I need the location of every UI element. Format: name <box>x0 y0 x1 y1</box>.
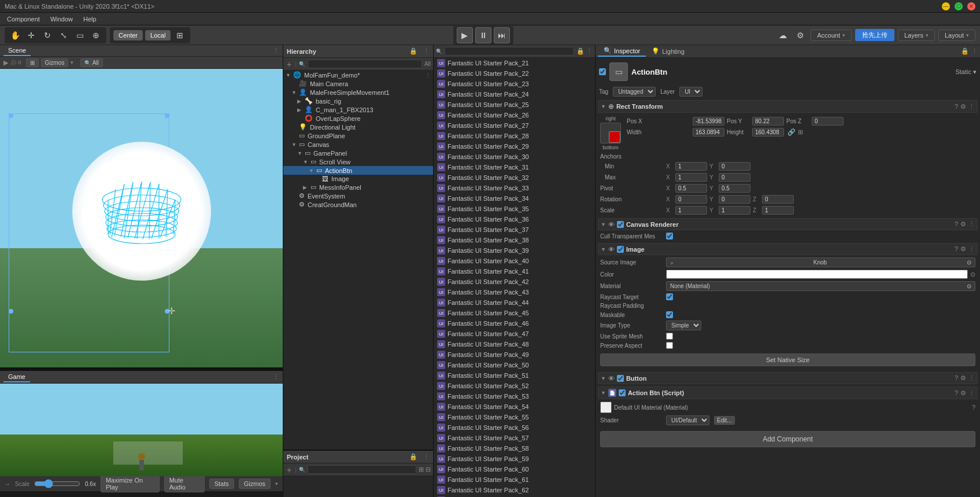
menu-component[interactable]: Component <box>2 14 45 24</box>
layout-button[interactable]: Layout ▾ <box>938 30 975 41</box>
asset-list-item[interactable]: UIFantastic UI Starter Pack_30 <box>434 152 595 162</box>
button-settings-icon[interactable]: ⚙ <box>960 374 966 382</box>
button-component-header[interactable]: ▼ 👁 Button ? ⚙ ⋮ <box>598 372 978 384</box>
shader-select[interactable]: UI/Default <box>666 415 709 425</box>
image-info-icon[interactable]: ? <box>955 245 958 253</box>
image-eye-icon[interactable]: 👁 <box>608 246 615 253</box>
project-menu-icon[interactable]: ⋮ <box>423 453 430 461</box>
scale-y-input[interactable] <box>719 206 750 215</box>
pivot-y-input[interactable] <box>719 184 750 193</box>
max-x-input[interactable] <box>675 173 707 182</box>
button-info-icon[interactable]: ? <box>955 374 958 382</box>
scale-slider[interactable] <box>34 479 80 488</box>
asset-list-item[interactable]: UIFantastic UI Starter Pack_28 <box>434 131 595 141</box>
cull-checkbox[interactable] <box>666 233 673 240</box>
asset-list-item[interactable]: UIFantastic UI Starter Pack_25 <box>434 100 595 110</box>
set-native-size-button[interactable]: Set Native Size <box>600 354 975 366</box>
edit-button[interactable]: Edit... <box>714 416 735 425</box>
image-more-icon[interactable]: ⋮ <box>968 245 975 253</box>
hierarchy-menu-icon[interactable]: ⋮ <box>423 47 430 55</box>
layers-button[interactable]: Layers ▾ <box>898 30 935 41</box>
canvas-renderer-more-icon[interactable]: ⋮ <box>968 220 975 228</box>
asset-view-toggle[interactable]: 🔒 ⋮ <box>576 47 593 55</box>
pos-z-input[interactable] <box>812 117 844 126</box>
asset-list-item[interactable]: UIFantastic UI Starter Pack_54 <box>434 402 595 412</box>
rect-transform-settings-icon[interactable]: ⚙ <box>960 103 966 111</box>
project-add-button[interactable]: + <box>286 465 293 474</box>
tag-select[interactable]: Untagged <box>613 87 656 97</box>
eye-icon[interactable]: 👁 <box>608 221 615 228</box>
button-more-icon[interactable]: ⋮ <box>968 374 975 382</box>
image-type-select[interactable]: Simple <box>666 321 701 330</box>
use-sprite-checkbox[interactable] <box>666 333 673 340</box>
hierarchy-search-input[interactable] <box>308 60 422 68</box>
game-panel-menu[interactable]: ⋮ <box>273 373 279 381</box>
button-eye-icon[interactable]: 👁 <box>608 375 615 382</box>
hierarchy-item-basicrig[interactable]: ▶ 🦴 basic_rig <box>283 97 433 105</box>
hierarchy-item-gamepanel[interactable]: ▼ ▭ GamePanel <box>283 149 433 157</box>
asset-list-item[interactable]: UIFantastic UI Starter Pack_33 <box>434 183 595 193</box>
inspector-menu-icon[interactable]: ⋮ <box>971 47 978 55</box>
lighting-tab[interactable]: 💡 Lighting <box>646 46 690 56</box>
action-btn-script-header[interactable]: ▼ 📄 Action Btn (Script) ? ⚙ ⋮ <box>598 386 978 399</box>
hierarchy-lock-icon[interactable]: 🔒 <box>409 47 417 55</box>
image-component-header[interactable]: ▼ 👁 Image ? ⚙ ⋮ <box>598 243 978 255</box>
extra-tool-button[interactable]: ⊞ <box>173 28 187 42</box>
pause-button[interactable]: ⏸ <box>475 27 491 43</box>
play-button[interactable]: ▶ <box>457 27 473 43</box>
hierarchy-root-item[interactable]: ▼ 🌐 MolFamFun_demo* ⋮ <box>283 71 433 79</box>
center-button[interactable]: Center <box>113 30 143 41</box>
scene-tab[interactable]: Scene <box>3 46 31 56</box>
canvas-renderer-checkbox[interactable] <box>617 221 624 228</box>
asset-list-item[interactable]: UIFantastic UI Starter Pack_38 <box>434 235 595 245</box>
canvas-renderer-header[interactable]: ▼ 👁 Canvas Renderer ? ⚙ ⋮ <box>598 218 978 230</box>
game-gizmos-button[interactable]: Gizmos <box>239 478 271 489</box>
hierarchy-item-image[interactable]: 🖼 Image <box>283 175 433 183</box>
step-button[interactable]: ⏭ <box>494 27 510 43</box>
rect-transform-more-icon[interactable]: ⋮ <box>968 103 975 111</box>
raycast-target-checkbox[interactable] <box>666 293 673 300</box>
canvas-renderer-settings-icon[interactable]: ⚙ <box>960 220 966 228</box>
move-tool-button[interactable]: ✛ <box>24 28 38 42</box>
scene-panel-menu[interactable]: ⋮ <box>273 47 279 54</box>
asset-list-item[interactable]: UIFantastic UI Starter Pack_35 <box>434 204 595 214</box>
maximize-button[interactable]: ☐ <box>955 2 963 10</box>
asset-list-item[interactable]: UIFantastic UI Starter Pack_22 <box>434 68 595 79</box>
local-button[interactable]: Local <box>145 30 171 41</box>
height-input[interactable] <box>752 128 784 137</box>
all-filter-button[interactable]: 🔍 All <box>80 58 102 67</box>
button-checkbox[interactable] <box>617 375 624 382</box>
pivot-x-input[interactable] <box>675 184 707 193</box>
gizmos-button[interactable]: Gizmos <box>41 58 69 67</box>
inspector-tab[interactable]: 🔍 Inspector <box>598 46 646 57</box>
hierarchy-item-overlapsphere[interactable]: ⭕ OverLapSphere <box>283 114 433 123</box>
asset-list-item[interactable]: UIFantastic UI Starter Pack_39 <box>434 245 595 256</box>
asset-list-item[interactable]: UIFantastic UI Starter Pack_55 <box>434 412 595 422</box>
rect-tool-button[interactable]: ▭ <box>73 28 87 42</box>
asset-list-item[interactable]: UIFantastic UI Starter Pack_62 <box>434 485 595 495</box>
asset-list-item[interactable]: UIFantastic UI Starter Pack_26 <box>434 110 595 120</box>
asset-list-item[interactable]: UIFantastic UI Starter Pack_42 <box>434 277 595 287</box>
asset-list-item[interactable]: UIFantastic UI Starter Pack_34 <box>434 193 595 204</box>
obj-static-label[interactable]: Static ▾ <box>955 68 977 76</box>
hierarchy-item-messinfopanel[interactable]: ▶ ▭ MessInfoPanel <box>283 183 433 192</box>
material-info-icon[interactable]: ? <box>972 404 975 411</box>
width-input[interactable] <box>693 128 724 137</box>
min-y-input[interactable] <box>719 162 750 171</box>
game-tab[interactable]: Game <box>3 372 30 382</box>
pos-y-input[interactable] <box>752 117 784 126</box>
asset-list-item[interactable]: UIFantastic UI Starter Pack_40 <box>434 256 595 266</box>
asset-list-item[interactable]: UIFantastic UI Starter Pack_47 <box>434 329 595 339</box>
move-gizmo[interactable]: ✛ <box>168 305 175 316</box>
transform-tool-button[interactable]: ⊕ <box>89 28 103 42</box>
asset-list-item[interactable]: UIFantastic UI Starter Pack_23 <box>434 79 595 89</box>
size-icon[interactable]: ⊞ <box>798 128 803 136</box>
root-menu[interactable]: ⋮ <box>425 72 431 78</box>
asset-list-item[interactable]: UIFantastic UI Starter Pack_31 <box>434 162 595 172</box>
hierarchy-item-scrollview[interactable]: ▼ ▭ Scroll View <box>283 157 433 166</box>
asset-list-item[interactable]: UIFantastic UI Starter Pack_61 <box>434 474 595 485</box>
preserve-aspect-checkbox[interactable] <box>666 342 673 349</box>
script-info-icon[interactable]: ? <box>955 389 958 397</box>
scale-x-input[interactable] <box>675 206 707 215</box>
color-swatch[interactable] <box>666 270 968 279</box>
